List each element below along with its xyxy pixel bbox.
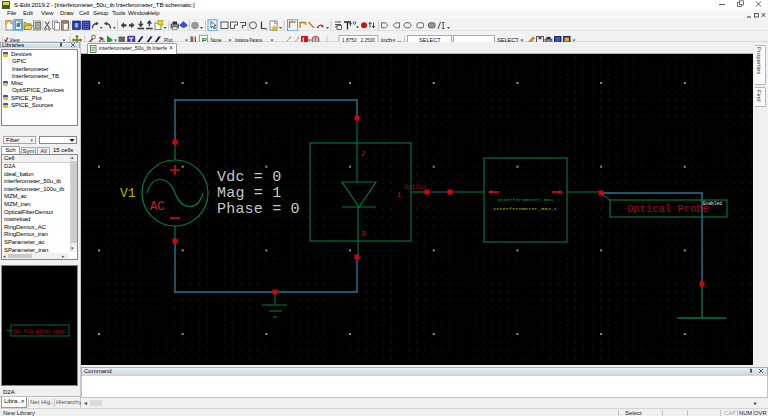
- svg-text:Optical Probe: Optical Probe: [627, 203, 709, 215]
- svg-text:Interferometer_50u_1: Interferometer_50u_1: [493, 206, 558, 211]
- svg-text:Enabled: Enabled: [703, 201, 722, 206]
- svg-text:3: 3: [361, 230, 365, 238]
- svg-text:Vdc = 0: Vdc = 0: [217, 169, 281, 186]
- svg-text:AC: AC: [150, 200, 164, 214]
- svg-text:Phase = 0: Phase = 0: [217, 201, 300, 218]
- svg-text:OptOut: OptOut: [404, 184, 428, 191]
- svg-text:D2A: Plot digital signal: D2A: Plot digital signal: [13, 329, 66, 334]
- svg-text:Interferometer_50u: Interferometer_50u: [497, 197, 553, 202]
- svg-text:2: 2: [361, 150, 365, 158]
- svg-text:1: 1: [397, 191, 401, 199]
- svg-text:V1: V1: [120, 186, 136, 201]
- svg-text:Mag = 1: Mag = 1: [217, 185, 281, 202]
